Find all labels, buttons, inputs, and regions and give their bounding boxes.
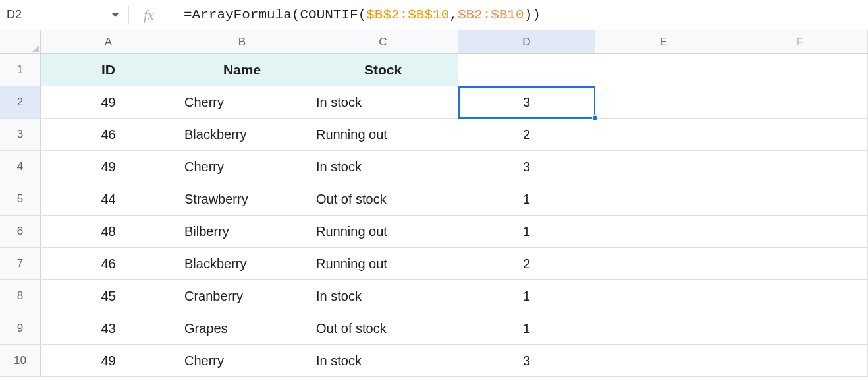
row-header-6[interactable]: 6 [0, 216, 41, 248]
row-header-4[interactable]: 4 [0, 151, 41, 183]
row-header-5[interactable]: 5 [0, 183, 41, 216]
cell-B1[interactable]: Name [176, 54, 308, 86]
column-header-row: A B C D E F [0, 30, 868, 54]
spreadsheet-grid: A B C D E F 1 ID Name Stock 2 49 Cherry … [0, 30, 868, 377]
cell-F6[interactable] [732, 216, 868, 248]
cell-B10[interactable]: Cherry [176, 345, 308, 377]
cell-D2[interactable]: 3 [458, 86, 595, 119]
row-header-1[interactable]: 1 [0, 54, 41, 86]
row-header-8[interactable]: 8 [0, 280, 41, 312]
col-header-B[interactable]: B [176, 30, 308, 54]
cell-A6[interactable]: 48 [41, 216, 176, 248]
cell-D4[interactable]: 3 [458, 151, 595, 183]
cell-F5[interactable] [732, 183, 868, 216]
cell-B8[interactable]: Cranberry [176, 280, 308, 312]
cell-B9[interactable]: Grapes [176, 312, 308, 345]
fill-handle[interactable] [592, 115, 597, 121]
cell-C3[interactable]: Running out [308, 119, 458, 151]
select-all-corner[interactable] [0, 30, 41, 54]
cell-E6[interactable] [595, 216, 732, 248]
cell-A9[interactable]: 43 [41, 312, 176, 345]
col-header-A[interactable]: A [41, 30, 176, 54]
formula-ref1: $B$2:$B$10 [366, 7, 449, 22]
cell-A2[interactable]: 49 [41, 86, 176, 119]
cell-C5[interactable]: Out of stock [308, 183, 458, 216]
row-7: 7 46 Blackberry Running out 2 [0, 248, 868, 280]
cell-C7[interactable]: Running out [308, 248, 458, 280]
fx-icon: fx [129, 0, 169, 30]
cell-B2[interactable]: Cherry [176, 86, 308, 119]
row-2: 2 49 Cherry In stock 3 [0, 86, 868, 119]
cell-A3[interactable]: 46 [41, 119, 176, 151]
row-6: 6 48 Bilberry Running out 1 [0, 216, 868, 248]
row-10: 10 49 Cherry In stock 3 [0, 345, 868, 377]
name-box-dropdown[interactable] [102, 0, 128, 30]
cell-D7[interactable]: 2 [458, 248, 595, 280]
cell-E9[interactable] [595, 312, 732, 345]
formula-bar: D2 fx =ArrayFormula(COUNTIF( $B$2:$B$10 … [0, 0, 868, 30]
col-header-D[interactable]: D [458, 30, 595, 54]
row-header-3[interactable]: 3 [0, 119, 41, 151]
cell-C1[interactable]: Stock [308, 54, 458, 86]
cell-E2[interactable] [595, 86, 732, 119]
cell-A8[interactable]: 45 [41, 280, 176, 312]
cell-E10[interactable] [595, 345, 732, 377]
col-header-F[interactable]: F [732, 30, 868, 54]
name-box[interactable]: D2 [0, 0, 102, 30]
cell-C4[interactable]: In stock [308, 151, 458, 183]
cell-D8[interactable]: 1 [458, 280, 595, 312]
cell-D6[interactable]: 1 [458, 216, 595, 248]
formula-prefix: =ArrayFormula(COUNTIF( [184, 7, 366, 22]
col-header-C[interactable]: C [308, 30, 458, 54]
cell-A7[interactable]: 46 [41, 248, 176, 280]
cell-F3[interactable] [732, 119, 868, 151]
row-8: 8 45 Cranberry In stock 1 [0, 280, 868, 312]
cell-B7[interactable]: Blackberry [176, 248, 308, 280]
cell-B6[interactable]: Bilberry [176, 216, 308, 248]
cell-D9[interactable]: 1 [458, 312, 595, 345]
formula-ref2: $B2:$B10 [458, 7, 524, 22]
row-header-7[interactable]: 7 [0, 248, 41, 280]
cell-C6[interactable]: Running out [308, 216, 458, 248]
row-1: 1 ID Name Stock [0, 54, 868, 86]
row-header-9[interactable]: 9 [0, 312, 41, 345]
formula-suffix: )) [524, 7, 541, 22]
formula-input[interactable]: =ArrayFormula(COUNTIF( $B$2:$B$10 , $B2:… [184, 0, 868, 30]
cell-E4[interactable] [595, 151, 732, 183]
chevron-down-icon [112, 13, 119, 17]
row-4: 4 49 Cherry In stock 3 [0, 151, 868, 183]
cell-A10[interactable]: 49 [41, 345, 176, 377]
cell-F4[interactable] [732, 151, 868, 183]
row-header-2[interactable]: 2 [0, 86, 41, 119]
cell-C2[interactable]: In stock [308, 86, 458, 119]
cell-C9[interactable]: Out of stock [308, 312, 458, 345]
cell-E8[interactable] [595, 280, 732, 312]
cell-E7[interactable] [595, 248, 732, 280]
cell-C8[interactable]: In stock [308, 280, 458, 312]
formula-sep: , [449, 7, 458, 22]
cell-B4[interactable]: Cherry [176, 151, 308, 183]
cell-E1[interactable] [595, 54, 732, 86]
cell-C10[interactable]: In stock [308, 345, 458, 377]
cell-D1[interactable] [458, 54, 595, 86]
cell-F8[interactable] [732, 280, 868, 312]
cell-F1[interactable] [732, 54, 868, 86]
cell-B3[interactable]: Blackberry [176, 119, 308, 151]
cell-A1[interactable]: ID [41, 54, 176, 86]
col-header-E[interactable]: E [595, 30, 732, 54]
cell-A4[interactable]: 49 [41, 151, 176, 183]
cell-D3[interactable]: 2 [458, 119, 595, 151]
cell-A5[interactable]: 44 [41, 183, 176, 216]
cell-D10[interactable]: 3 [458, 345, 595, 377]
cell-F7[interactable] [732, 248, 868, 280]
cell-F9[interactable] [732, 312, 868, 345]
name-box-value: D2 [7, 8, 22, 22]
cell-B5[interactable]: Strawberry [176, 183, 308, 216]
cell-F2[interactable] [732, 86, 868, 119]
cell-E5[interactable] [595, 183, 732, 216]
cell-F10[interactable] [732, 345, 868, 377]
cell-E3[interactable] [595, 119, 732, 151]
divider [169, 6, 169, 24]
cell-D5[interactable]: 1 [458, 183, 595, 216]
row-header-10[interactable]: 10 [0, 345, 41, 377]
